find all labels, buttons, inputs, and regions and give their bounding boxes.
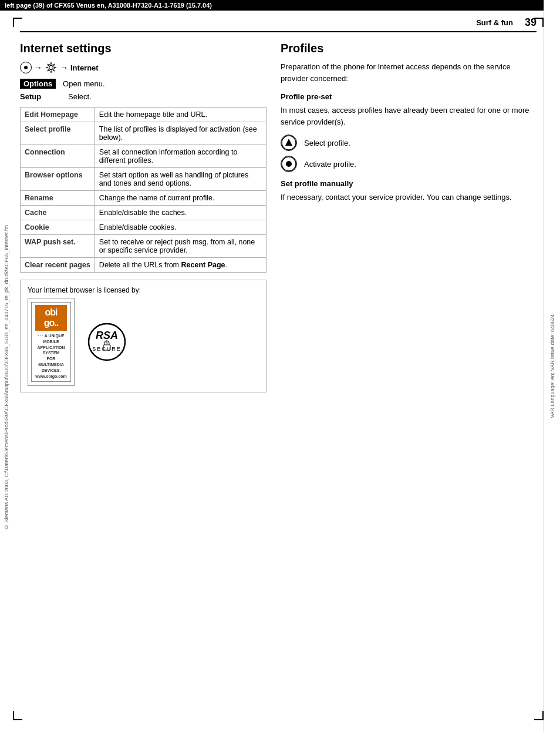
rsa-logo: RSA ® SECURE bbox=[86, 321, 127, 362]
setup-row: Setup Select. bbox=[20, 92, 266, 101]
select-profile-icon bbox=[281, 135, 297, 151]
left-sidebar-text: © Siemens AG 2003, C:\Daten\Siemens\Prod… bbox=[4, 225, 9, 530]
right-column: Profiles Preparation of the phone for In… bbox=[281, 42, 537, 392]
select-profile-row: Select profile. bbox=[281, 135, 537, 151]
svg-point-0 bbox=[49, 66, 53, 70]
rsa-svg: RSA ® SECURE bbox=[87, 323, 126, 361]
profiles-title: Profiles bbox=[281, 42, 537, 55]
table-term: Browser options bbox=[21, 168, 95, 191]
activate-profile-icon bbox=[281, 156, 297, 172]
corner-mark-br bbox=[534, 711, 544, 720]
main-content: Surf & fun 39 Internet settings → bbox=[13, 11, 544, 392]
license-logos: obigo.. · · · A UNIQUE MOBILEAPPLICATION… bbox=[28, 298, 259, 386]
obigo-small-text: · · · A UNIQUE MOBILEAPPLICATION SYSTEMF… bbox=[35, 333, 66, 379]
table-row: Edit HomepageEdit the homepage title and… bbox=[21, 108, 266, 122]
activate-profile-row: Activate profile. bbox=[281, 156, 537, 172]
profile-pre-set-title: Profile pre-set bbox=[281, 92, 537, 101]
corner-mark-bl bbox=[13, 711, 22, 720]
nav-dot bbox=[24, 66, 28, 69]
profile-pre-set-text: In most cases, access profiles have alre… bbox=[281, 105, 537, 127]
internet-settings-title: Internet settings bbox=[20, 42, 266, 55]
top-header: left page (39) of CFX65 Venus en, A31008… bbox=[0, 0, 560, 11]
setup-desc: Select. bbox=[68, 92, 92, 101]
table-row: ConnectionSet all connection information… bbox=[21, 145, 266, 168]
set-profile-manually-section: Set profile manually If necessary, conta… bbox=[281, 179, 537, 203]
table-term: Clear recent pages bbox=[21, 258, 95, 273]
table-desc: Set start option as well as handling of … bbox=[95, 168, 266, 191]
table-desc: Delete all the URLs from Recent Page. bbox=[95, 258, 266, 273]
svg-point-10 bbox=[286, 161, 292, 167]
select-profile-text: Select profile. bbox=[304, 139, 350, 147]
obigo-logo: obigo.. · · · A UNIQUE MOBILEAPPLICATION… bbox=[28, 298, 75, 386]
table-term: Cache bbox=[21, 206, 95, 220]
circle-dot-icon bbox=[281, 156, 296, 172]
nav-internet-label: Internet bbox=[70, 63, 99, 72]
options-button-label: Options bbox=[20, 79, 56, 89]
options-row: Options Open menu. bbox=[20, 79, 266, 89]
table-desc: Set all connection information according… bbox=[95, 145, 266, 168]
table-row: Select profileThe list of profiles is di… bbox=[21, 122, 266, 145]
right-sidebar: VAR Language: en; VAR issue date: 040624 bbox=[544, 0, 560, 732]
svg-text:RSA: RSA bbox=[96, 330, 118, 341]
profiles-intro: Preparation of the phone for Internet ac… bbox=[281, 61, 537, 84]
gear-icon bbox=[45, 61, 58, 74]
right-sidebar-text: VAR Language: en; VAR issue date: 040624 bbox=[549, 314, 555, 418]
table-term: Connection bbox=[21, 145, 95, 168]
table-desc: Edit the homepage title and URL. bbox=[95, 108, 266, 122]
rsa-circle-container: RSA ® SECURE bbox=[87, 323, 126, 361]
table-desc: The list of profiles is displayed for ac… bbox=[95, 122, 266, 145]
table-term: WAP push set. bbox=[21, 235, 95, 258]
corner-mark-tl bbox=[13, 18, 22, 27]
two-col-layout: Internet settings → → Internet bbox=[20, 42, 537, 392]
nav-row: → → Internet bbox=[20, 61, 266, 74]
table-row: Browser optionsSet start option as well … bbox=[21, 168, 266, 191]
table-term: Cookie bbox=[21, 220, 95, 235]
table-term: Edit Homepage bbox=[21, 108, 95, 122]
left-column: Internet settings → → Internet bbox=[20, 42, 266, 392]
settings-table: Edit HomepageEdit the homepage title and… bbox=[20, 107, 266, 273]
license-text: Your Internet browser is licensed by: bbox=[28, 286, 141, 294]
section-label: Surf & fun bbox=[476, 18, 513, 27]
table-desc: Change the name of current profile. bbox=[95, 191, 266, 206]
set-profile-manually-title: Set profile manually bbox=[281, 179, 537, 188]
table-term: Rename bbox=[21, 191, 95, 206]
svg-text:SECURE: SECURE bbox=[92, 346, 122, 352]
table-row: CookieEnable/disable cookies. bbox=[21, 220, 266, 235]
setup-label: Setup bbox=[20, 92, 61, 101]
obigo-top-text: obigo.. bbox=[35, 305, 66, 331]
activate-profile-text: Activate profile. bbox=[304, 160, 356, 169]
left-sidebar: © Siemens AG 2003, C:\Daten\Siemens\Prod… bbox=[0, 23, 13, 732]
table-row: RenameChange the name of current profile… bbox=[21, 191, 266, 206]
nav-arrow2: → bbox=[60, 63, 68, 72]
header-text: left page (39) of CFX65 Venus en, A31008… bbox=[5, 2, 212, 9]
table-row: WAP push set.Set to receive or reject pu… bbox=[21, 235, 266, 258]
nav-circle-icon bbox=[20, 62, 32, 73]
corner-mark-tr bbox=[534, 18, 544, 27]
table-row: CacheEnable/disable the caches. bbox=[21, 206, 266, 220]
license-box: Your Internet browser is licensed by: ob… bbox=[20, 280, 266, 392]
table-desc: Enable/disable cookies. bbox=[95, 220, 266, 235]
table-desc: Set to receive or reject push msg. from … bbox=[95, 235, 266, 258]
up-arrow-icon bbox=[281, 135, 296, 150]
table-desc: Enable/disable the caches. bbox=[95, 206, 266, 220]
options-desc: Open menu. bbox=[63, 79, 105, 88]
page-header: Surf & fun 39 bbox=[20, 11, 537, 32]
table-row: Clear recent pagesDelete all the URLs fr… bbox=[21, 258, 266, 273]
set-profile-manually-text: If necessary, contact your service provi… bbox=[281, 192, 537, 203]
table-term: Select profile bbox=[21, 122, 95, 145]
nav-arrow1: → bbox=[34, 63, 42, 72]
obigo-box: obigo.. · · · A UNIQUE MOBILEAPPLICATION… bbox=[31, 302, 70, 382]
